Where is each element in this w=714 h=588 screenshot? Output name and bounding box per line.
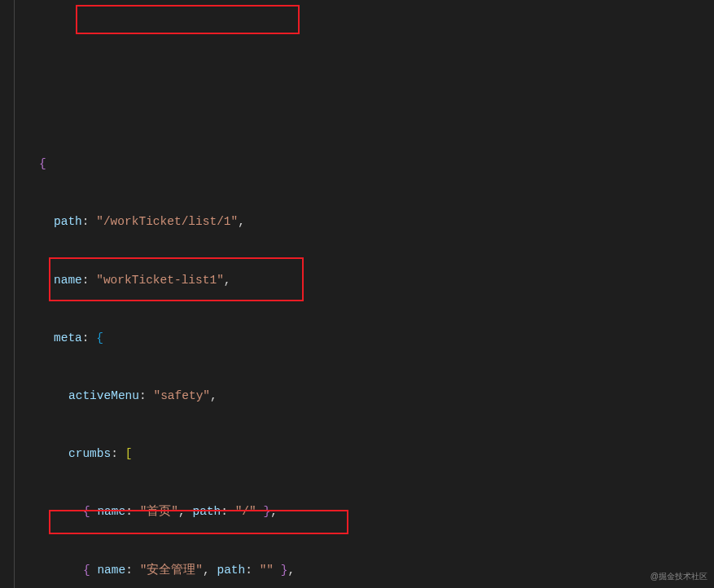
editor-gutter [0,0,15,588]
code-line: meta: { [24,329,714,349]
code-line: name: "workTicket-list1", [24,271,714,291]
code-line: { name: "首页", path: "/" }, [24,502,714,522]
code-line: activeMenu: "safety", [24,387,714,406]
code-line: { name: "安全管理", path: "" }, [24,561,714,581]
code-line: crumbs: [ [24,445,714,464]
code-content[interactable]: { path: "/workTicket/list/1", name: "wor… [15,0,714,588]
code-editor[interactable]: { path: "/workTicket/list/1", name: "wor… [0,0,714,588]
code-line: path: "/workTicket/list/1", [24,213,714,232]
code-line: { [24,155,714,174]
watermark-text: @掘金技术社区 [650,570,707,583]
highlight-annotation-1 [76,5,300,34]
